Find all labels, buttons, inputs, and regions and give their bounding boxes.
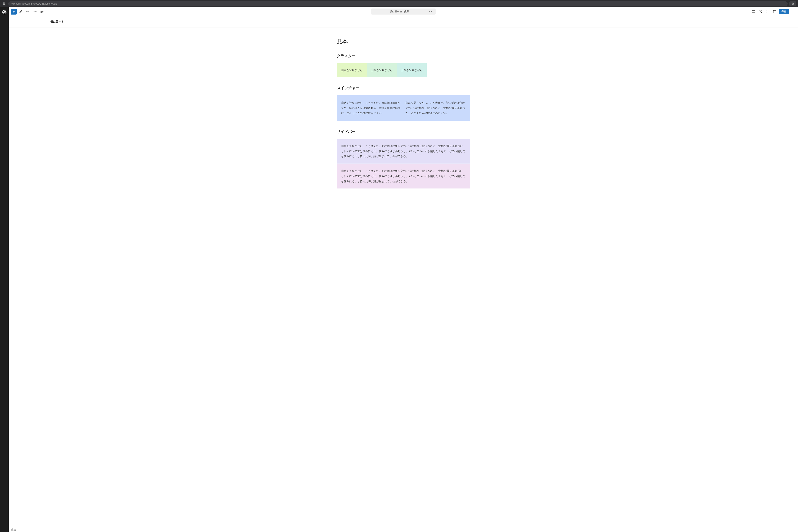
cluster-item[interactable]: 山路を登りながら: [397, 63, 426, 77]
svg-rect-3: [4, 4, 5, 5]
options-menu-button[interactable]: [790, 9, 796, 15]
edit-mode-button[interactable]: [18, 9, 24, 15]
document-overview-button[interactable]: [39, 9, 45, 15]
view-post-button[interactable]: [758, 9, 763, 15]
editor-toolbar: 横に並べる · 投稿 ⌘K 保存: [9, 7, 798, 16]
sidebar-block-item[interactable]: 山路を登りながら、こう考えた。知に働けば角が立つ。情に棹させば流される。意地を通…: [337, 139, 470, 164]
switcher-block[interactable]: 山路を登りながら、こう考えた。智に働けば角が立つ。情に棹させば流される。意地を通…: [337, 95, 470, 121]
switcher-column[interactable]: 山路を登りながら、こう考えた。智に働けば角が立つ。情に棹させば流される。意地を通…: [405, 100, 466, 116]
cluster-block[interactable]: 山路を登りながら 山路を登りながら 山路を登りながら: [337, 63, 470, 77]
keyboard-shortcut: ⌘K: [429, 10, 432, 13]
device-preview-button[interactable]: [750, 9, 757, 15]
sidebar-block-item[interactable]: 山路を登りながら、こう考えた。知に働けば角が立つ。情に棹させば流される。意地を通…: [337, 164, 470, 189]
post-title[interactable]: 見本: [337, 38, 470, 45]
section-heading-switcher[interactable]: スイッチャー: [337, 86, 470, 90]
section-heading-cluster[interactable]: クラスター: [337, 53, 470, 58]
wordpress-logo-icon[interactable]: [2, 10, 7, 15]
main-area: 横に並べる · 投稿 ⌘K 保存: [9, 7, 798, 532]
grid-icon[interactable]: [2, 1, 7, 6]
document-title-bar[interactable]: 横に並べる · 投稿 ⌘K: [371, 8, 436, 15]
url-text: /wp-admin/post.php?post=14&action=edit: [11, 2, 57, 5]
toolbar-left: [11, 9, 45, 15]
svg-point-8: [793, 10, 793, 11]
sidebar-blocks: 山路を登りながら、こう考えた。知に働けば角が立つ。情に棹させば流される。意地を通…: [337, 139, 470, 189]
fullscreen-button[interactable]: [765, 9, 771, 15]
svg-point-9: [793, 11, 793, 12]
cluster-item[interactable]: 山路を登りながら: [367, 63, 397, 77]
svg-point-10: [793, 13, 793, 13]
svg-rect-1: [4, 2, 5, 3]
browser-settings-button[interactable]: [789, 1, 796, 6]
svg-rect-2: [3, 4, 4, 5]
save-button[interactable]: 保存: [779, 9, 789, 14]
wp-admin-sidebar: [0, 7, 9, 532]
toolbar-right: 保存: [750, 9, 796, 15]
cluster-item[interactable]: 山路を登りながら: [337, 63, 367, 77]
svg-line-5: [760, 10, 762, 12]
browser-chrome: /wp-admin/post.php?post=14&action=edit: [0, 0, 798, 7]
page-breadcrumb[interactable]: 横に並べる: [9, 16, 798, 27]
section-heading-sidebar[interactable]: サイドバー: [337, 129, 470, 134]
sidebar-toggle-button[interactable]: [772, 9, 778, 15]
svg-rect-0: [3, 2, 4, 3]
editor-scroll[interactable]: 横に並べる 見本 クラスター 山路を登りながら 山路を登りながら 山路を登りなが…: [9, 16, 798, 527]
svg-rect-4: [752, 11, 755, 13]
footer-breadcrumb[interactable]: 投稿: [9, 527, 798, 532]
redo-button[interactable]: [32, 9, 38, 15]
document-title: 横に並べる · 投稿: [375, 10, 424, 13]
editor-content[interactable]: 見本 クラスター 山路を登りながら 山路を登りながら 山路を登りながら スイッチ…: [333, 27, 474, 202]
url-bar[interactable]: /wp-admin/post.php?post=14&action=edit: [8, 1, 787, 6]
undo-button[interactable]: [25, 9, 31, 15]
footer-label: 投稿: [11, 528, 16, 531]
wp-wrapper: 横に並べる · 投稿 ⌘K 保存: [0, 7, 798, 532]
svg-rect-6: [773, 11, 776, 13]
add-block-button[interactable]: [11, 9, 17, 15]
switcher-column[interactable]: 山路を登りながら、こう考えた。智に働けば角が立つ。情に棹させば流される。意地を通…: [341, 100, 401, 116]
